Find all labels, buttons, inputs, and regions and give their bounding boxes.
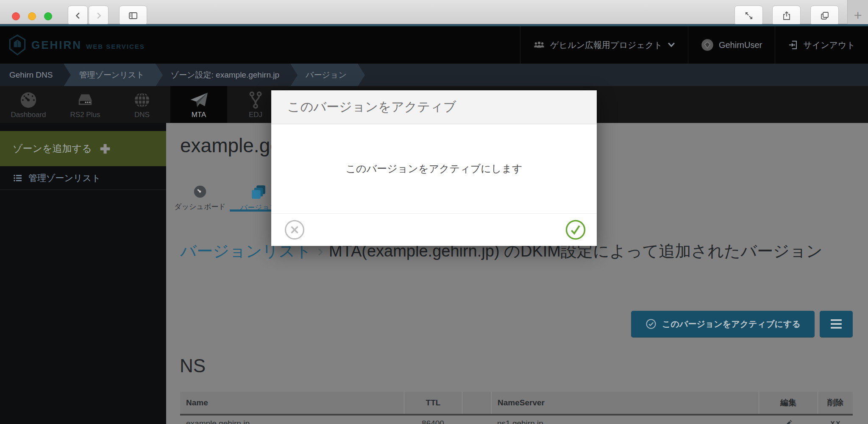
share-button[interactable]: [772, 6, 801, 25]
check-circle-icon: [645, 318, 657, 330]
breadcrumb-zone-settings[interactable]: ゾーン設定: example.gehirn.jp: [156, 64, 290, 86]
chevron-right-icon: [94, 11, 103, 20]
nav-dns[interactable]: DNS: [114, 86, 170, 123]
team-icon: [533, 40, 545, 50]
cell-name: example.gehirn.jp: [180, 419, 404, 424]
cell-nameserver: ns1.gehirn.jp: [491, 419, 759, 424]
user-menu[interactable]: GehirnUser: [688, 26, 775, 64]
gehirn-hexagon-icon: [8, 34, 27, 56]
breadcrumb: Gehirn DNS 管理ゾーンリスト ゾーン設定: example.gehir…: [0, 64, 868, 86]
row-edit-button[interactable]: [759, 419, 818, 424]
tab-dashboard[interactable]: ダッシュボード: [171, 184, 229, 212]
col-edit: 編集: [759, 392, 818, 414]
user-name: GehirnUser: [719, 40, 762, 50]
brand-name: GEHIRN: [31, 39, 82, 52]
col-delete: 削除: [818, 392, 853, 414]
git-branch-icon: [246, 90, 265, 110]
breadcrumb-zone-list[interactable]: 管理ゾーンリスト: [64, 64, 155, 86]
nav-dashboard[interactable]: Dashboard: [0, 86, 57, 123]
sidebar-item-zone-list[interactable]: 管理ゾーンリスト: [0, 166, 166, 190]
zoom-window-button[interactable]: [44, 12, 52, 20]
plus-icon: +: [854, 8, 862, 23]
project-switcher[interactable]: ゲヒルン広報用プロジェクト: [520, 26, 688, 64]
dialog-body: このバージョンをアクティブにします: [271, 124, 597, 213]
back-button[interactable]: [68, 6, 88, 25]
brand-subtitle: WEB SERVICES: [86, 40, 145, 50]
nav-dashboard-label: Dashboard: [11, 111, 46, 119]
nav-dns-label: DNS: [134, 111, 150, 119]
close-window-button[interactable]: [12, 12, 20, 20]
col-name: Name: [180, 392, 404, 414]
col-spacer: [462, 392, 491, 414]
dialog-footer: [271, 213, 597, 245]
ns-section-title: NS: [180, 355, 206, 377]
more-actions-button[interactable]: [820, 311, 853, 337]
fullscreen-icon: [744, 11, 754, 21]
signout-door-icon: [788, 39, 798, 50]
chevron-left-icon: [73, 11, 83, 20]
nav-mta[interactable]: MTA: [170, 86, 227, 123]
cell-ttl: 86400: [404, 419, 462, 424]
avatar: [701, 39, 714, 51]
add-zone-button[interactable]: ゾーンを追加する: [0, 131, 166, 166]
sidebar-toggle-button[interactable]: [119, 6, 147, 25]
list-icon: [13, 173, 23, 183]
tab-dashboard-label: ダッシュボード: [174, 202, 225, 212]
gauge-icon: [19, 90, 38, 110]
activate-version-button[interactable]: このバージョンをアクティブにする: [631, 311, 815, 337]
gehirn-logo[interactable]: GEHIRN WEB SERVICES: [8, 34, 145, 56]
dashboard-tab-icon: [192, 184, 208, 199]
nav-mta-label: MTA: [192, 111, 206, 119]
chevron-down-icon: [668, 42, 675, 48]
breadcrumb-versions[interactable]: バージョン: [290, 64, 358, 86]
activate-version-label: このバージョンをアクティブにする: [662, 318, 801, 330]
nav-rs2plus-label: RS2 Plus: [70, 111, 100, 119]
col-ttl: TTL: [404, 392, 462, 414]
share-icon: [782, 11, 792, 21]
breadcrumb-gehirn-dns[interactable]: Gehirn DNS: [0, 64, 64, 86]
dialog-cancel-button[interactable]: [284, 219, 305, 240]
activate-version-dialog: このバージョンをアクティブ このバージョンをアクティブにします: [271, 90, 597, 246]
add-zone-label: ゾーンを追加する: [13, 142, 92, 155]
sidebar: ゾーンを追加する 管理ゾーンリスト: [0, 123, 166, 424]
delete-icon: [829, 419, 842, 424]
tabs-icon: [820, 11, 830, 21]
paper-plane-icon: [189, 90, 209, 110]
minimize-window-button[interactable]: [28, 12, 36, 20]
signout-button[interactable]: サインアウト: [775, 26, 868, 64]
forward-button[interactable]: [89, 6, 108, 25]
nav-rs2plus[interactable]: RS2 Plus: [57, 86, 114, 123]
table-header-row: Name TTL NameServer 編集 削除: [180, 392, 853, 414]
tabs-overview-button[interactable]: [810, 6, 839, 25]
globe-icon: [132, 90, 152, 110]
dialog-title: このバージョンをアクティブ: [271, 90, 597, 124]
edit-pencil-icon: [784, 419, 793, 424]
fullscreen-button[interactable]: [734, 6, 763, 25]
plus-icon: [99, 142, 111, 155]
server-icon: [75, 90, 95, 110]
sidebar-icon: [128, 11, 139, 21]
new-tab-button[interactable]: +: [847, 0, 868, 24]
col-nameserver: NameServer: [491, 392, 759, 414]
versions-tab-icon: [250, 184, 267, 200]
dialog-confirm-button[interactable]: [565, 219, 586, 240]
hamburger-icon: [831, 319, 842, 321]
confirm-check-icon: [565, 219, 586, 240]
table-row: example.gehirn.jp 86400 ns1.gehirn.jp: [180, 416, 853, 424]
nav-edj-label: EDJ: [249, 111, 262, 119]
browser-chrome: +: [0, 0, 868, 24]
row-delete-button[interactable]: [818, 419, 853, 424]
signout-label: サインアウト: [803, 39, 855, 51]
ns-record-table: Name TTL NameServer 編集 削除 example.gehirn…: [180, 392, 853, 424]
cancel-x-icon: [284, 219, 305, 240]
zone-list-label: 管理ゾーンリスト: [28, 172, 100, 184]
app-header: GEHIRN WEB SERVICES ゲヒルン広報用プロジェクト Gehirn…: [0, 26, 868, 64]
project-name: ゲヒルン広報用プロジェクト: [550, 39, 662, 51]
